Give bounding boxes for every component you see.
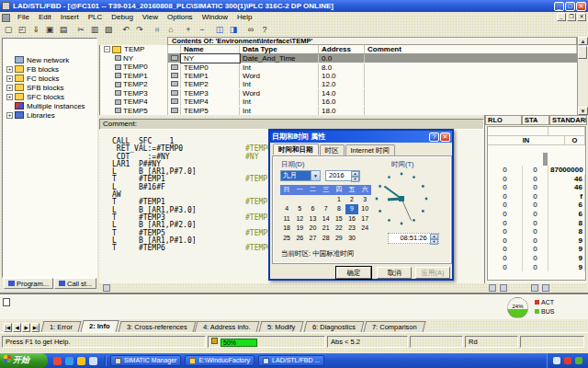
calendar-day[interactable]: 27 [306,234,319,244]
output-tab-2[interactable]: 2: Info [80,320,119,332]
expander-icon[interactable]: + [6,75,13,82]
menu-item-view[interactable]: View [138,12,163,23]
dialog-tab-1[interactable]: 时区 [320,144,345,155]
output-tab-3[interactable]: 3: Cross-references [118,321,196,332]
save-icon[interactable]: ▣ [43,24,56,36]
overview-tab-program[interactable]: Program... [4,278,53,289]
tab-nav-arrow-2[interactable]: ▶ [22,323,30,332]
menu-item-plc[interactable]: PLC [84,12,107,23]
strip-icon-4[interactable] [542,284,549,292]
calendar-day-selected[interactable]: 9 [345,204,358,214]
network-icon[interactable]: ⌗ [151,24,164,36]
task-button-folder[interactable]: E:\WinduoFactory [185,355,254,366]
dialog-close-button[interactable]: ✕ [440,132,450,142]
tray-icon-3[interactable] [575,357,582,364]
calendar-day[interactable]: 2 [345,195,358,205]
menu-item-insert[interactable]: Insert [56,12,84,23]
expander-icon[interactable]: + [6,85,13,91]
menu-item-help[interactable]: Help [232,12,256,23]
close-button[interactable]: ✕ [576,2,586,11]
menu-item-file[interactable]: File [13,12,34,23]
calendar-day[interactable]: 13 [306,214,319,224]
mdi-child-icon[interactable] [2,14,10,22]
minimize-button[interactable]: _ [554,2,564,11]
task-button-simatic[interactable]: SIMATIC Manager [110,355,181,366]
menu-item-debug[interactable]: Debug [107,12,138,23]
tab-nav-arrow-1[interactable]: ◀ [13,323,21,332]
zoom-in-icon[interactable]: + [182,24,195,36]
month-dropdown[interactable]: 九月 ▼ [280,170,321,181]
maximize-button[interactable]: □ [565,2,575,11]
output-tab-1[interactable]: 1: Error [41,321,82,332]
interface-var-temp4[interactable]: TEMP4 [100,98,167,107]
interface-var-temp3[interactable]: TEMP3 [100,89,167,98]
undo-icon[interactable]: ↶ [119,24,132,36]
scroll-up-arrow[interactable]: ▲ [578,37,588,45]
scrollbar-thumb[interactable] [578,46,587,59]
calendar-day[interactable]: 18 [280,224,293,234]
download-icon[interactable]: ⇓ [29,24,42,36]
monitor-icon[interactable]: ∞ [244,24,257,36]
calendar-day[interactable]: 25 [280,234,293,244]
table-row[interactable]: TEMP0Int8.0 [168,63,577,71]
calendar-day[interactable]: 17 [358,214,371,224]
time-spinner[interactable]: 08:51:26 ▲▼ [388,233,439,244]
table-row[interactable]: TEMP5Int18.0 [168,106,577,114]
overview-item-fc-blocks[interactable]: +FC blocks [3,74,96,83]
mdi-minimize-button[interactable]: _ [557,13,566,21]
overview-item-sfc-blocks[interactable]: +SFC blocks [3,92,96,101]
expander-icon[interactable]: + [6,94,13,100]
dialog-tab-0[interactable]: 时间和日期 [273,144,319,155]
calendar[interactable]: 日一二三四五六123456789101112131415161718192021… [280,185,372,243]
time-spin-buttons[interactable]: ▲▼ [430,234,438,243]
calendar-day[interactable]: 21 [320,224,333,234]
quick-launch-icon-2[interactable] [65,357,74,365]
overview-item-multiple-instances[interactable]: Multiple instances [3,101,96,110]
calendar-day[interactable]: 5 [293,204,306,214]
interface-var-temp2[interactable]: TEMP2 [100,80,167,89]
menu-item-window[interactable]: Window [198,12,232,23]
tray-icon-2[interactable] [564,357,571,364]
overview-tab-call-structure[interactable]: Call st... [54,278,96,289]
paste-icon[interactable]: ▧ [102,24,115,36]
overview-item-libraries[interactable]: +Libraries [3,110,96,120]
calendar-day[interactable]: 8 [333,204,345,214]
calendar-day[interactable]: 10 [358,204,371,214]
interface-var-temp0[interactable]: TEMP0 [100,63,167,72]
calendar-day[interactable]: 12 [293,214,306,224]
overview-icon[interactable]: ◨ [227,24,240,36]
output-tab-7[interactable]: 7: Comparison [363,321,425,332]
calendar-day[interactable]: 1 [333,195,345,205]
chevron-down-icon[interactable]: ▼ [311,171,320,180]
overview-item-fb-blocks[interactable]: +FB blocks [3,64,96,74]
expander-icon[interactable]: + [6,112,13,119]
start-button[interactable]: 开始 [0,353,48,368]
calendar-day[interactable]: 19 [293,224,306,234]
output-tab-6[interactable]: 6: Diagnostics [303,321,364,332]
year-spinner[interactable]: 2016 ▲▼ [325,170,360,181]
calendar-day[interactable]: 6 [306,204,319,214]
table-row[interactable]: TEMP3Word14.0 [168,89,577,98]
redo-icon[interactable]: ↷ [133,24,146,36]
output-tab-4[interactable]: 4: Address info. [195,321,260,332]
interface-var-temp1[interactable]: TEMP1 [100,72,167,81]
new-icon[interactable]: ▢ [2,24,15,36]
output-tab-5[interactable]: 5: Modify [259,321,304,332]
copy-icon[interactable]: ▥ [88,24,101,36]
interface-var-temp5[interactable]: TEMP5 [100,107,167,116]
calendar-day[interactable]: 24 [358,224,371,234]
table-row[interactable]: TEMP2Int12.0 [168,80,577,88]
calendar-day[interactable]: 26 [293,234,306,244]
quick-launch-icon-4[interactable] [89,357,97,365]
strip-icon-1[interactable] [489,284,496,292]
table-row[interactable]: NYDate_And_Time0.0 [168,54,577,63]
cancel-button[interactable]: 取消 [377,267,412,279]
calendar-day[interactable]: 3 [358,195,371,205]
interface-root[interactable]: −TEMP [100,45,167,54]
expander-icon[interactable]: + [6,66,13,73]
calendar-day[interactable]: 14 [320,214,333,224]
calendar-day[interactable]: 22 [333,224,345,234]
mdi-close-button[interactable]: ✕ [577,13,586,21]
calendar-day[interactable]: 7 [320,204,333,214]
calendar-day[interactable]: 16 [345,214,358,224]
